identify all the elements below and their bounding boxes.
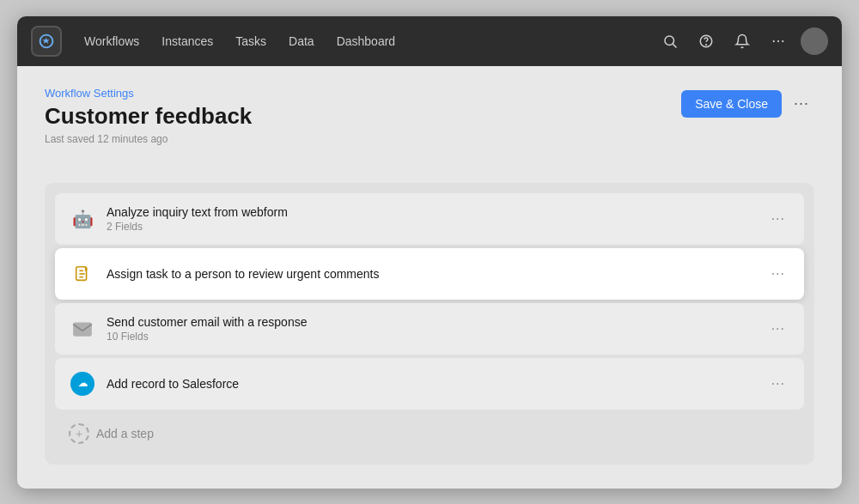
nav-instances[interactable]: Instances xyxy=(153,29,222,53)
add-step-button[interactable]: + Add a step xyxy=(55,413,804,454)
search-icon[interactable] xyxy=(656,27,684,55)
step-2-info: Assign task to a person to review urgent… xyxy=(107,267,756,281)
step-card-3[interactable]: Send customer email with a response 10 F… xyxy=(55,303,804,355)
step-1-title: Analyze inquiry text from webform xyxy=(107,205,756,219)
header-more-button[interactable]: ··· xyxy=(789,91,814,116)
header-left: Workflow Settings Customer feedback Last… xyxy=(45,87,252,166)
svg-point-4 xyxy=(773,39,775,41)
step-1-info: Analyze inquiry text from webform 2 Fiel… xyxy=(107,205,756,233)
more-options-icon[interactable] xyxy=(765,27,792,55)
nav-workflows[interactable]: Workflows xyxy=(76,29,148,53)
step-card-1[interactable]: 🤖 Analyze inquiry text from webform 2 Fi… xyxy=(55,193,804,245)
breadcrumb[interactable]: Workflow Settings xyxy=(45,87,252,100)
step-1-subtitle: 2 Fields xyxy=(107,221,756,233)
step-card-2[interactable]: Assign task to a person to review urgent… xyxy=(55,248,804,300)
step-2-icon xyxy=(69,260,96,288)
step-card-4[interactable]: ☁ Add record to Salesforce ··· xyxy=(55,358,804,410)
save-close-button[interactable]: Save & Close xyxy=(681,90,782,118)
nav-tasks[interactable]: Tasks xyxy=(227,29,275,53)
svg-point-3 xyxy=(706,44,707,45)
add-step-label: Add a step xyxy=(96,427,154,440)
svg-point-0 xyxy=(665,36,674,46)
svg-rect-11 xyxy=(73,322,92,336)
step-1-icon: 🤖 xyxy=(69,205,96,233)
page-header: Workflow Settings Customer feedback Last… xyxy=(45,87,814,166)
notifications-icon[interactable] xyxy=(728,27,756,55)
nav-links: Workflows Instances Tasks Data Dashboard xyxy=(76,29,656,53)
step-3-more-button[interactable]: ··· xyxy=(766,319,790,338)
page-title: Customer feedback xyxy=(45,103,252,130)
step-4-info: Add record to Salesforce xyxy=(107,377,756,391)
step-3-subtitle: 10 Fields xyxy=(107,331,756,343)
svg-line-1 xyxy=(673,44,676,47)
last-saved-text: Last saved 12 minutes ago xyxy=(45,133,252,145)
step-3-info: Send customer email with a response 10 F… xyxy=(107,315,756,343)
navbar: Workflows Instances Tasks Data Dashboard xyxy=(17,16,842,66)
app-logo[interactable] xyxy=(31,26,62,57)
nav-actions xyxy=(656,27,828,55)
user-avatar[interactable] xyxy=(801,27,828,55)
steps-container: 🤖 Analyze inquiry text from webform 2 Fi… xyxy=(45,183,814,465)
nav-dashboard[interactable]: Dashboard xyxy=(328,29,405,53)
step-4-title: Add record to Salesforce xyxy=(107,377,756,391)
step-1-more-button[interactable]: ··· xyxy=(766,209,790,228)
step-4-icon: ☁ xyxy=(69,370,96,398)
header-right: Save & Close ··· xyxy=(681,90,814,118)
step-3-title: Send customer email with a response xyxy=(107,315,756,329)
help-icon[interactable] xyxy=(692,27,720,55)
app-window: Workflows Instances Tasks Data Dashboard xyxy=(17,16,842,489)
step-3-icon xyxy=(69,315,96,343)
svg-point-5 xyxy=(777,39,779,41)
add-step-icon: + xyxy=(69,423,89,444)
main-content: Workflow Settings Customer feedback Last… xyxy=(17,66,842,489)
svg-point-6 xyxy=(782,39,783,41)
step-2-title: Assign task to a person to review urgent… xyxy=(107,267,756,281)
nav-data[interactable]: Data xyxy=(280,29,323,53)
step-2-more-button[interactable]: ··· xyxy=(766,264,790,283)
step-4-more-button[interactable]: ··· xyxy=(766,374,790,393)
